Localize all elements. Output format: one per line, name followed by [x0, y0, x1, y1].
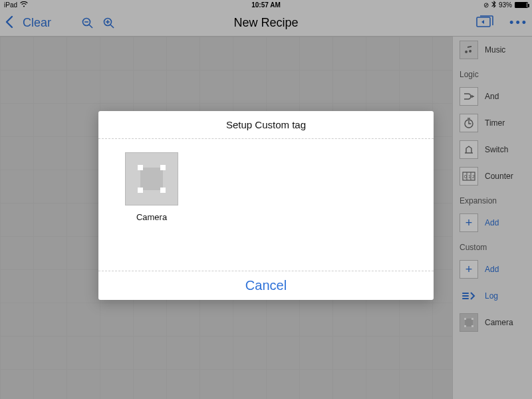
setup-custom-tag-modal: Setup Custom tag Camera Cancel — [98, 111, 434, 300]
svg-rect-20 — [140, 168, 163, 190]
svg-rect-24 — [160, 188, 166, 193]
camera-tag-thumb — [125, 152, 178, 205]
svg-rect-23 — [138, 188, 143, 193]
svg-rect-22 — [160, 165, 166, 170]
cancel-button[interactable]: Cancel — [98, 271, 434, 300]
tag-label: Camera — [125, 205, 178, 222]
svg-rect-21 — [138, 165, 143, 170]
custom-tag-camera[interactable]: Camera — [125, 152, 178, 222]
modal-title: Setup Custom tag — [98, 111, 434, 138]
